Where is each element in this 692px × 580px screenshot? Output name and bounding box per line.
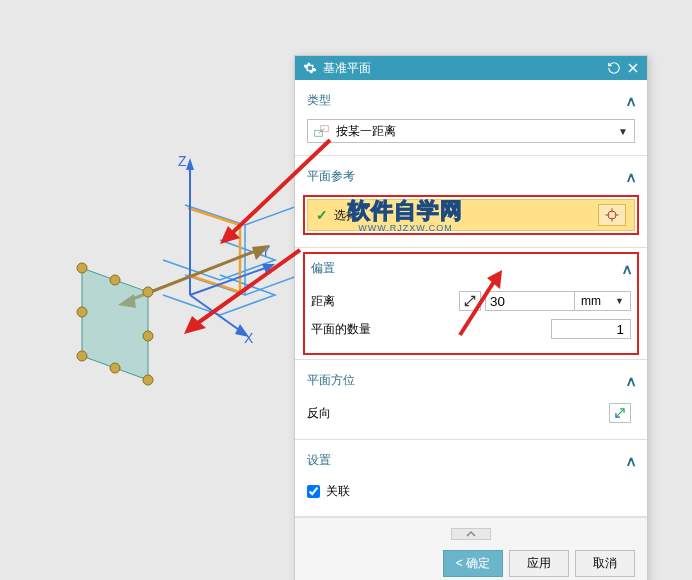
callout-arrow-2 (130, 240, 330, 360)
unit-label: mm (581, 294, 601, 308)
svg-line-22 (460, 280, 495, 335)
apply-button[interactable]: 应用 (509, 550, 569, 577)
reverse-direction-button[interactable] (609, 403, 631, 423)
section-orient-title: 平面方位 (307, 372, 355, 389)
callout-arrow-3 (440, 265, 530, 345)
expand-toggle[interactable] (451, 528, 491, 540)
chevron-up-icon: ᴧ (627, 373, 635, 389)
section-settings-header[interactable]: 设置 ᴧ (307, 448, 635, 473)
associative-checkbox[interactable] (307, 485, 320, 498)
ok-button[interactable]: 确定 (443, 550, 503, 577)
svg-point-16 (110, 363, 120, 373)
section-type-header[interactable]: 类型 ᴧ (307, 88, 635, 113)
dialog-footer: 确定 应用 取消 (295, 517, 647, 580)
section-settings: 设置 ᴧ 关联 (295, 440, 647, 517)
chevron-up-icon: ᴧ (627, 169, 635, 185)
reset-icon[interactable] (607, 61, 621, 75)
plane-count-input[interactable] (551, 319, 631, 339)
unit-dropdown[interactable]: mm ▼ (575, 291, 631, 311)
section-orient-header[interactable]: 平面方位 ᴧ (307, 368, 635, 393)
svg-point-14 (110, 275, 120, 285)
svg-line-18 (230, 140, 330, 235)
dropdown-arrow-icon: ▼ (615, 296, 624, 306)
dialog-header[interactable]: 基准平面 (295, 56, 647, 80)
svg-point-10 (77, 263, 87, 273)
dropdown-arrow-icon: ▼ (618, 126, 628, 137)
svg-line-35 (616, 409, 624, 417)
watermark: 软件自学网 WWW.RJZXW.COM (348, 196, 463, 233)
svg-point-17 (77, 307, 87, 317)
svg-point-12 (143, 375, 153, 385)
dialog-title: 基准平面 (323, 60, 601, 77)
associative-label: 关联 (326, 483, 350, 500)
gear-icon (303, 61, 317, 75)
close-icon[interactable] (627, 62, 639, 74)
associative-checkbox-row[interactable]: 关联 (307, 479, 635, 504)
section-type-title: 类型 (307, 92, 331, 109)
chevron-up-icon: ᴧ (627, 93, 635, 109)
chevron-up-icon: ᴧ (623, 261, 631, 277)
chevron-up-icon: ᴧ (627, 453, 635, 469)
svg-point-13 (77, 351, 87, 361)
svg-line-20 (195, 250, 300, 325)
reverse-label: 反向 (307, 405, 397, 422)
callout-arrow-1 (120, 130, 360, 250)
section-settings-title: 设置 (307, 452, 331, 469)
select-target-button[interactable] (598, 204, 626, 226)
cancel-button[interactable]: 取消 (575, 550, 635, 577)
section-orientation: 平面方位 ᴧ 反向 (295, 360, 647, 440)
